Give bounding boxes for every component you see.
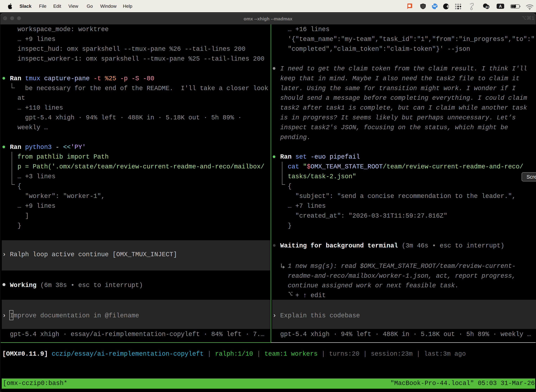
svg-text:A: A <box>499 4 502 9</box>
svg-text:..61: ..61 <box>484 5 489 9</box>
